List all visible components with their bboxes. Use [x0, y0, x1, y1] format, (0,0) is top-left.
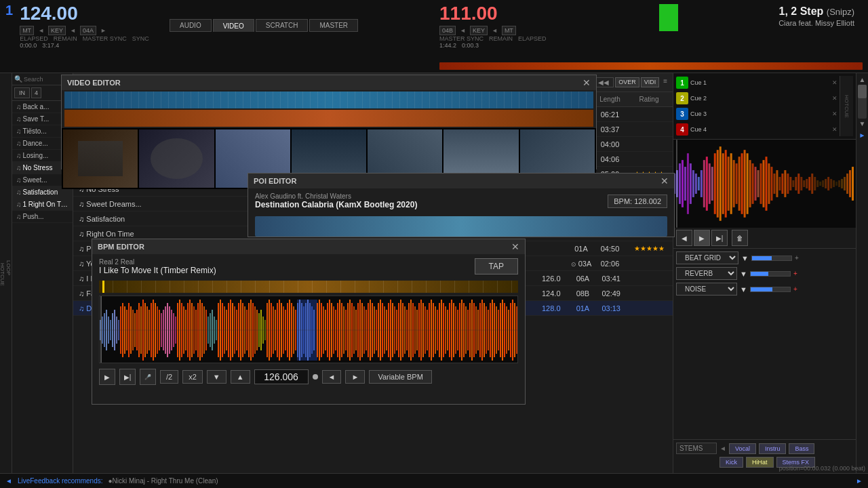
effect-knob-reverb[interactable]: [750, 271, 791, 277]
bpm-track-title: I Like To Move It (Timber Remix): [99, 266, 216, 275]
svg-rect-12: [703, 160, 705, 207]
stem-instru-btn[interactable]: Instru: [759, 443, 787, 454]
video-editor-close[interactable]: ✕: [583, 78, 591, 87]
mt-label-right[interactable]: MT: [502, 26, 516, 35]
bpm-prev-nav[interactable]: ◄: [322, 370, 342, 384]
svg-rect-65: [846, 174, 848, 194]
bpm-up-btn[interactable]: ▲: [231, 370, 250, 384]
stem-bass-btn[interactable]: Bass: [789, 443, 814, 454]
bpm-half-btn[interactable]: /2: [160, 370, 178, 384]
sidebar-track-right-on-time[interactable]: ♫1 Right On Time: [12, 199, 73, 211]
mt-label-left[interactable]: MT: [20, 26, 34, 35]
col-header-rating[interactable]: Rating: [625, 96, 673, 103]
loop-in-btn[interactable]: IN: [14, 87, 30, 98]
chevron-right-key[interactable]: ►: [100, 27, 106, 34]
bpm-value-field[interactable]: [254, 369, 309, 384]
effect-plus-noise[interactable]: +: [793, 285, 797, 293]
effect-plus-beatgrid[interactable]: +: [795, 254, 799, 262]
cue-close-2[interactable]: ✕: [832, 95, 837, 102]
cue-btn-1[interactable]: 1 Cue 1 ✕: [676, 76, 837, 89]
key-label-left[interactable]: KEY: [48, 26, 66, 35]
effect-select-beatgrid[interactable]: BEAT GRID: [676, 251, 738, 264]
scroll-down-icon[interactable]: ▼: [856, 120, 868, 130]
bpm-variable-btn[interactable]: Variable BPM: [369, 370, 431, 384]
svg-rect-17: [717, 150, 719, 218]
track-key-iltmi: 06A: [570, 274, 596, 283]
bpm-next-btn[interactable]: ▶|: [119, 369, 136, 385]
poi-bpm-value: 128.002: [634, 197, 661, 205]
svg-rect-22: [730, 153, 732, 214]
bpm-editor-title: BPM EDITOR: [98, 243, 144, 251]
cue-btn-2[interactable]: 2 Cue 2 ✕: [676, 92, 837, 105]
chevron-left-left[interactable]: ◄: [38, 27, 44, 34]
scroll-up-icon[interactable]: ▲: [856, 73, 868, 83]
tab-video[interactable]: VIDEO: [213, 19, 254, 32]
col-header-length[interactable]: Length: [595, 96, 625, 103]
waveform-play[interactable]: ▶: [694, 230, 710, 246]
waveform-trash[interactable]: 🗑: [732, 230, 748, 246]
waveform-svg: [673, 140, 856, 228]
music-icon-2: ♫: [16, 115, 22, 123]
svg-rect-46: [795, 177, 797, 190]
effect-knob-noise[interactable]: [750, 287, 791, 292]
bpm-editor-close[interactable]: ✕: [511, 242, 519, 251]
chevron-left-key-right[interactable]: ◄: [492, 27, 498, 34]
cue-close-1[interactable]: ✕: [832, 79, 837, 86]
bpm-play-btn[interactable]: ▶: [99, 369, 115, 385]
svg-rect-43: [787, 174, 789, 194]
chevron-left-right[interactable]: ◄: [460, 27, 466, 34]
track-bpm-iltmi: 126.0: [533, 274, 570, 283]
tab-master[interactable]: MASTER: [309, 19, 358, 32]
effect-knob-beatgrid[interactable]: [751, 256, 792, 261]
poi-waveform: [255, 216, 667, 237]
svg-rect-62: [838, 180, 840, 187]
scrollbar-track[interactable]: [858, 85, 867, 119]
svg-rect-34: [763, 160, 765, 207]
nav-arrow-right[interactable]: ►: [856, 131, 868, 139]
nav-arrow-left[interactable]: ◄: [5, 477, 12, 485]
waveform-skip-back[interactable]: ◀: [676, 230, 692, 246]
sidebar-right: ▲ ▼ ►: [856, 73, 868, 473]
stem-hihat-btn[interactable]: HiHat: [746, 457, 774, 468]
video-thumb-2: [139, 129, 214, 188]
svg-rect-24: [736, 163, 738, 204]
nav-arrow-right-bottom[interactable]: ►: [856, 477, 863, 485]
cue-close-4[interactable]: ✕: [832, 126, 837, 133]
list-options-icon[interactable]: ≡: [663, 77, 667, 87]
track-length-2: 03:37: [595, 125, 625, 134]
stem-expand-icon[interactable]: ◄: [719, 445, 726, 452]
tab-scratch[interactable]: SCRATCH: [256, 19, 309, 32]
bpm-mic-btn[interactable]: 🎤: [140, 369, 156, 385]
sidebar-track-push[interactable]: ♫Push...: [12, 211, 73, 223]
hotcue-tag: HOTCUE: [0, 263, 5, 286]
bpm-double-btn[interactable]: x2: [182, 370, 203, 384]
svg-rect-55: [819, 182, 821, 186]
svg-rect-25: [738, 157, 741, 211]
poi-track-title: Destination Calabria (KamX Bootleg 2020): [255, 200, 601, 209]
chevron-left-key[interactable]: ◄: [70, 27, 76, 34]
effect-select-noise[interactable]: NOISE: [676, 283, 737, 296]
cue-btn-4[interactable]: 4 Cue 4 ✕: [676, 123, 837, 136]
poi-editor-close[interactable]: ✕: [660, 176, 669, 186]
bpm-next-nav[interactable]: ►: [345, 370, 365, 384]
scrollbar-thumb[interactable]: [858, 85, 867, 98]
cue-num-2: 2: [676, 92, 688, 104]
tab-audio[interactable]: AUDIO: [170, 19, 212, 32]
svg-rect-57: [825, 179, 827, 188]
key-label-right[interactable]: KEY: [470, 26, 488, 35]
stem-kick-btn[interactable]: Kick: [719, 457, 743, 468]
cue-btn-3[interactable]: 3 Cue 3 ✕: [676, 107, 837, 121]
bpm-down-btn[interactable]: ▼: [207, 370, 226, 384]
svg-rect-50: [806, 179, 808, 188]
music-icon-4: ♫: [16, 140, 22, 147]
effect-select-reverb[interactable]: REVERB: [676, 267, 737, 280]
music-icon-sat: ♫: [16, 188, 22, 196]
tap-button[interactable]: TAP: [475, 258, 518, 274]
stem-vocal-btn[interactable]: Vocal: [729, 443, 756, 454]
effect-plus-reverb[interactable]: +: [793, 270, 797, 277]
track-rating-push: ★★★★★: [625, 245, 673, 252]
cue-close-3[interactable]: ✕: [832, 110, 837, 117]
waveform-skip-fwd[interactable]: ▶|: [711, 230, 728, 246]
waveform-strip-right-main: [439, 62, 863, 70]
svg-rect-67: [852, 167, 854, 201]
